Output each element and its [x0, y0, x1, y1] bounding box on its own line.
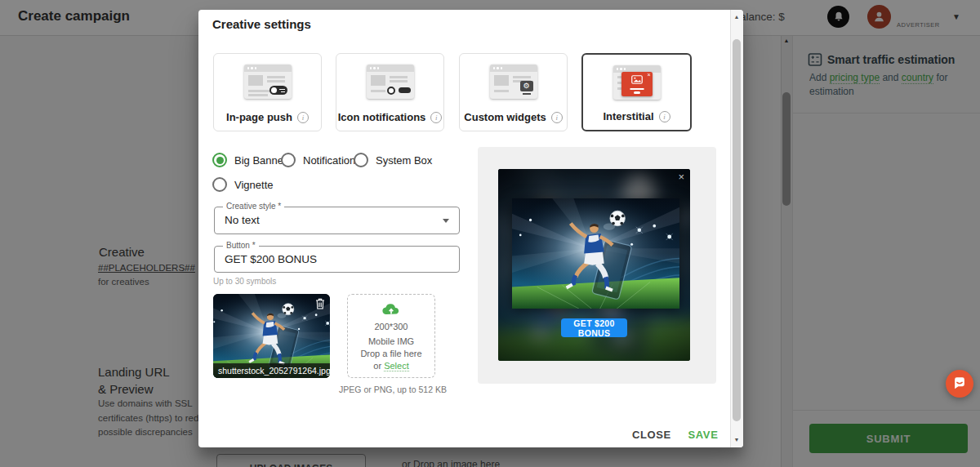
chat-bubble-icon: [952, 376, 967, 391]
save-button[interactable]: SAVE: [680, 424, 726, 445]
icon-notifications-icon: [367, 64, 414, 99]
interstitial-preview: × GET $200 BONUS: [498, 169, 690, 361]
mobile-img-dropzone[interactable]: 200*300 Mobile IMG Drop a file here or S…: [347, 294, 435, 378]
radio-system-box[interactable]: System Box: [354, 152, 432, 168]
file-format-hint: JPEG or PNG, up to 512 KB: [336, 385, 450, 394]
radio-icon: [281, 153, 296, 167]
format-card-label: Custom widgets: [464, 111, 546, 123]
preview-image: [512, 198, 679, 309]
dropzone-size: 200*300: [348, 322, 434, 331]
format-card-in-page-push[interactable]: In-page push i: [213, 53, 322, 131]
image-icon: [631, 75, 643, 84]
upload-cloud-icon: [348, 302, 434, 319]
info-icon[interactable]: i: [430, 112, 442, 123]
dialog-scrollbar-thumb[interactable]: [733, 39, 741, 421]
radio-label: Big Banner: [234, 154, 287, 167]
preview-close-icon[interactable]: ×: [678, 171, 684, 183]
creative-style-select[interactable]: Creative style * No text: [214, 207, 460, 234]
info-icon[interactable]: i: [297, 112, 309, 123]
radio-label: Vignette: [234, 179, 273, 191]
button-text-field[interactable]: Button * GET $200 BONUS: [214, 246, 460, 273]
info-icon[interactable]: i: [659, 111, 670, 122]
creative-preview-panel: × GET $200 BONUS: [478, 147, 716, 384]
in-page-push-icon: [244, 64, 292, 99]
radio-big-banner[interactable]: Big Banner: [212, 152, 287, 168]
delete-image-button[interactable]: [315, 298, 325, 313]
radio-icon: [212, 153, 227, 167]
select-file-link[interactable]: Select: [384, 361, 409, 371]
or-text: or: [373, 361, 384, 371]
close-icon: ×: [647, 72, 650, 78]
radio-label: System Box: [376, 154, 432, 167]
format-card-label: Icon notifications: [338, 111, 426, 123]
button-field-hint: Up to 30 symbols: [213, 277, 276, 286]
button-field-value: GET $200 BONUS: [225, 247, 438, 273]
dialog-title: Creative settings: [212, 17, 311, 31]
uploaded-image-thumbnail[interactable]: shutterstock_2052791264.jpg: [213, 294, 330, 378]
image-filename: shutterstock_2052791264.jpg: [213, 363, 330, 378]
close-button[interactable]: CLOSE: [627, 424, 676, 445]
scroll-up-icon[interactable]: ▲: [730, 14, 743, 20]
scroll-down-icon[interactable]: ▼: [730, 437, 743, 443]
radio-label: Notification: [303, 154, 355, 167]
radio-notification[interactable]: Notification: [281, 152, 355, 168]
creative-style-value: No text: [225, 207, 438, 234]
interstitial-icon: ×: [613, 65, 661, 100]
radio-icon: [212, 177, 227, 192]
gear-icon: ⚙: [520, 81, 533, 91]
radio-icon: [354, 153, 368, 167]
radio-vignette[interactable]: Vignette: [212, 176, 273, 193]
preview-cta-button[interactable]: GET $200 BONUS: [561, 318, 627, 337]
format-card-icon-notifications[interactable]: Icon notifications i: [336, 53, 444, 131]
dropzone-type: Mobile IMG: [348, 336, 434, 346]
format-card-interstitial[interactable]: × Interstitial i: [581, 53, 692, 131]
dropzone-drop-text: Drop a file here: [348, 349, 434, 358]
info-icon[interactable]: i: [551, 112, 563, 123]
chat-launcher-button[interactable]: [946, 370, 973, 398]
dropdown-arrow-icon: [443, 219, 449, 223]
format-card-label: In-page push: [226, 111, 292, 123]
trash-icon: [315, 298, 325, 309]
format-card-custom-widgets[interactable]: ⚙ Custom widgets i: [459, 53, 568, 131]
format-card-label: Interstitial: [603, 110, 653, 122]
dropzone-select-row: or Select: [348, 361, 434, 371]
creative-settings-dialog: Creative settings In-page push i Ic: [198, 10, 743, 447]
custom-widgets-icon: ⚙: [490, 64, 537, 99]
